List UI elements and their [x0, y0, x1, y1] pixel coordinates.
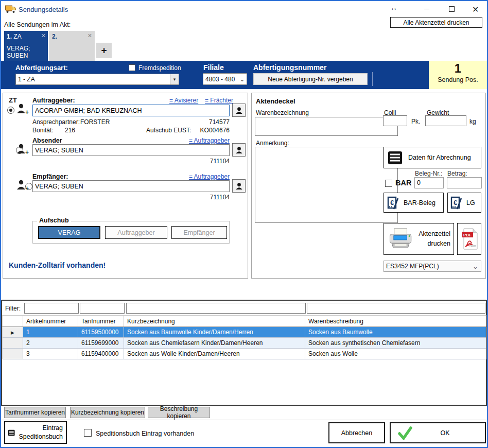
filter-artikelnummer-input[interactable]: [24, 303, 79, 314]
table-row[interactable]: 3 61159400000 Socken aus Wolle Kinder/Da…: [3, 349, 486, 359]
empfaenger-auftraggeber-link[interactable]: = Auftraggeber: [187, 173, 230, 180]
chevron-down-icon[interactable]: ⌄: [473, 263, 481, 270]
aufschub-eust-value: KO004676: [194, 127, 230, 134]
alle-aktenzettel-drucken-button[interactable]: Alle Aktenzettel drucken: [390, 17, 482, 28]
printer-select[interactable]: ES3452 MFP(PCL) ⌄: [384, 261, 481, 272]
col-warenbeschreibung[interactable]: Warenbeschreibung: [305, 316, 486, 327]
cell-tarifnummer[interactable]: 61159699000: [78, 338, 124, 349]
filter-label: Filter:: [5, 305, 21, 312]
tab-shipment-2[interactable]: ✕ 2.: [49, 31, 95, 61]
cell-tarifnummer[interactable]: 61159500000: [78, 327, 124, 338]
add-contact-icon[interactable]: +: [16, 102, 29, 116]
tarifnummer-kopieren-button[interactable]: Tarifnummer kopieren: [4, 407, 66, 418]
betrag-input[interactable]: [447, 177, 482, 188]
cell-warenbeschreibung[interactable]: Socken aus synthetischen Chemiefasern: [305, 338, 486, 349]
row-selector-header: [3, 316, 23, 327]
cell-artikelnummer[interactable]: 2: [23, 338, 78, 349]
fremdspedition-label: Fremdspedition: [138, 64, 181, 72]
table-row[interactable]: ▶ 1 61159500000 Socken aus Baumwolle Kin…: [3, 327, 486, 338]
articles-table: Artikelnummer Tarifnummer Kurzbezeichnun…: [2, 315, 486, 359]
auftraggeber-input[interactable]: [32, 105, 230, 116]
minimize-button[interactable]: ─: [424, 5, 429, 13]
colli-unit: Pk.: [411, 118, 420, 125]
empfaenger-contact-button[interactable]: [232, 179, 246, 193]
aktenzettel-drucken-button[interactable]: Aktenzetteldrucken: [384, 223, 454, 255]
empfaenger-input[interactable]: [32, 180, 230, 192]
filter-tarifnummer-input[interactable]: [80, 303, 125, 314]
col-tarifnummer[interactable]: Tarifnummer: [78, 316, 124, 327]
filter-warenbeschreibung-input[interactable]: [307, 303, 485, 314]
gewicht-input[interactable]: [425, 115, 466, 126]
fraechter-link[interactable]: = Frächter: [205, 97, 233, 104]
abbrechen-button[interactable]: Abbrechen: [328, 422, 385, 443]
col-kurzbezeichnung[interactable]: Kurzbezeichnung: [124, 316, 305, 327]
chevron-down-icon[interactable]: ⌄: [239, 76, 247, 82]
aufschub-verag-button[interactable]: VERAG: [38, 226, 100, 239]
resize-icon[interactable]: ↔: [390, 4, 397, 12]
table-row[interactable]: 2 61159699000 Socken aus Chemiefasern Ki…: [3, 338, 486, 349]
col-artikelnummer[interactable]: Artikelnummer: [23, 316, 78, 327]
dropdown-arrow-icon[interactable]: ▾: [170, 74, 179, 84]
tab1-code: ZA: [13, 33, 21, 40]
daten-abrechnung-button[interactable]: Daten für Abrechnung: [384, 147, 481, 168]
avisierer-link[interactable]: = Avisierer: [169, 97, 198, 104]
pdf-button[interactable]: PDF Adobe: [457, 223, 481, 255]
svg-text:+: +: [25, 185, 29, 191]
tab1-close-icon[interactable]: ✕: [41, 32, 46, 39]
aufschub-group-label: Aufschub: [37, 217, 71, 224]
filiale-select[interactable]: 4803 - 480 ⌄: [203, 73, 247, 85]
svg-text:+: +: [25, 109, 29, 115]
eintrag-speditionsbuch-label: EintragSpeditionsbuch: [19, 424, 63, 442]
bar-checkbox[interactable]: [385, 180, 392, 187]
neue-abfertigung-button[interactable]: Neue Abfertigung-Nr. vergeben: [253, 73, 368, 85]
colli-input[interactable]: [383, 115, 407, 126]
warenbezeichnung-textarea[interactable]: [255, 117, 398, 136]
cell-artikelnummer[interactable]: 3: [23, 349, 78, 359]
abfertigungsart-value: 1 - ZA: [16, 76, 170, 83]
add-contact-icon[interactable]: +: [16, 143, 29, 157]
kurzbezeichnung-kopieren-button[interactable]: Kurzbezeichnung kopieren: [70, 407, 145, 418]
maximize-button[interactable]: [449, 6, 455, 12]
beleg-nr-input[interactable]: [414, 177, 444, 188]
ok-label: OK: [412, 429, 478, 437]
tab2-close-icon[interactable]: ✕: [88, 32, 92, 39]
absender-auftraggeber-link[interactable]: = Auftraggeber: [187, 137, 230, 144]
close-button[interactable]: ✕: [472, 5, 479, 14]
add-contact-icon[interactable]: +: [16, 179, 29, 193]
tab1-index: 1.: [7, 33, 12, 40]
ok-button[interactable]: OK: [390, 422, 486, 443]
bonitaet-value: 216: [65, 127, 75, 134]
abfertigungsart-select[interactable]: 1 - ZA ▾: [15, 74, 179, 85]
auftraggeber-label: Auftraggeber:: [32, 97, 75, 104]
auftraggeber-radio[interactable]: [7, 107, 14, 114]
cell-warenbeschreibung[interactable]: Socken aus Baumwolle: [305, 327, 486, 338]
cell-artikelnummer[interactable]: 1: [23, 327, 78, 338]
absender-contact-button[interactable]: [232, 143, 246, 157]
eintrag-speditionsbuch-button[interactable]: EintragSpeditionsbuch: [4, 421, 67, 444]
cell-kurzbezeichnung[interactable]: Socken aus Baumwolle Kinder/Damen/Herren: [124, 327, 305, 338]
euro-receipt-icon: €: [450, 196, 463, 210]
beschreibung-kopieren-button[interactable]: Beschreibung kopieren: [148, 407, 210, 418]
bar-beleg-button[interactable]: € BAR-Beleg: [384, 193, 444, 213]
tab-shipment-1[interactable]: ✕ 1. ZA VERAG; SUBEN: [4, 31, 48, 61]
aufschub-auftraggeber-button[interactable]: Auftraggeber: [105, 226, 167, 239]
cell-tarifnummer[interactable]: 61159400000: [78, 349, 124, 359]
aufschub-eust-label: Aufschub EUST:: [146, 127, 191, 134]
lg-button[interactable]: € LG: [447, 193, 481, 213]
speditionsbuch-checkbox[interactable]: [84, 429, 92, 437]
sendung-pos-panel: 1 Sendung Pos.: [429, 61, 487, 89]
anmerkung-textarea[interactable]: [255, 147, 398, 223]
tab2-index: 2.: [52, 33, 57, 40]
absender-input[interactable]: [32, 144, 230, 156]
filter-kurzbezeichnung-input[interactable]: [126, 303, 306, 314]
auftraggeber-contact-button[interactable]: [232, 104, 246, 117]
bar-label: BAR: [395, 179, 411, 187]
fremdspedition-checkbox[interactable]: [129, 64, 135, 71]
cell-kurzbezeichnung[interactable]: Socken aus Wolle Kinder/Damen/Heeren: [124, 349, 305, 359]
filiale-label: Filiale: [203, 63, 224, 72]
cell-kurzbezeichnung[interactable]: Socken aus Chemiefasern Kinder/Damen/Hee…: [124, 338, 305, 349]
aktendeckel-panel: Aktendeckel Warenbezeichnung Colli Pk. G…: [251, 93, 486, 279]
aufschub-empfaenger-button[interactable]: Empfänger: [171, 226, 227, 239]
cell-warenbeschreibung[interactable]: Socken aus Wolle: [305, 349, 486, 359]
add-tab-button[interactable]: +: [96, 43, 112, 58]
